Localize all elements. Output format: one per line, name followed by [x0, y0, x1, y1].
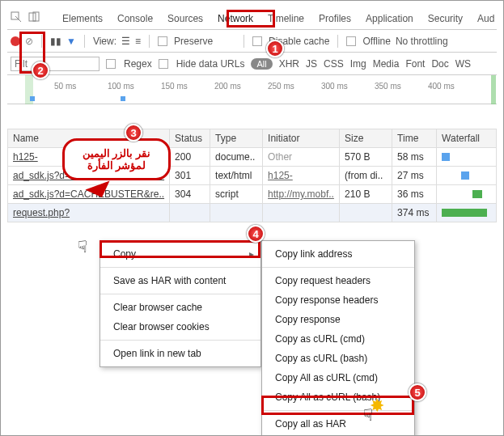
preserve-log-label: Preserve	[174, 36, 213, 47]
cell-waterfall	[437, 148, 497, 167]
network-toolbar: ⊘ ▮▮ ▼ View: ☰ ≡ Preserve Disable cache …	[7, 30, 497, 53]
speech-bubble: نقر بالزر اليمين لمؤشر الفأرة	[62, 138, 171, 180]
regex-label: Regex	[124, 58, 152, 70]
cell-waterfall	[437, 167, 497, 185]
cell-initiator[interactable]: http://my.mobf..	[263, 185, 340, 204]
menu-copy-response[interactable]: Copy response	[262, 310, 414, 329]
cell-time: 58 ms	[392, 148, 437, 167]
timeline-tick: 250 ms	[268, 82, 294, 91]
hide-data-checkbox[interactable]	[159, 59, 168, 69]
menu-copy-link[interactable]: Copy link address	[262, 244, 414, 264]
filter-js[interactable]: JS	[306, 58, 317, 70]
tab-timeline[interactable]: Timeline	[261, 10, 311, 28]
col-status[interactable]: Status	[170, 129, 210, 148]
disable-cache-checkbox[interactable]	[252, 36, 262, 46]
devtools-tabs: Elements Console Sources Network Timelin…	[7, 7, 497, 30]
table-row[interactable]: request.php?374 ms	[8, 204, 497, 222]
timeline-tick: 150 ms	[161, 82, 188, 91]
col-waterfall[interactable]: Waterfall	[437, 129, 497, 148]
badge-1: 1	[266, 40, 284, 57]
cell-size: 570 B	[340, 148, 392, 167]
cell-time: 36 ms	[392, 185, 437, 204]
cell-name[interactable]: request.php?	[8, 204, 170, 222]
badge-4: 4	[247, 225, 265, 243]
menu-copy-req-headers[interactable]: Copy request headers	[262, 271, 414, 290]
timeline-tick: 100 ms	[108, 82, 134, 91]
cell-type: docume..	[210, 148, 263, 167]
col-initiator[interactable]: Initiator	[263, 129, 340, 148]
preserve-log-checkbox[interactable]	[158, 36, 167, 46]
view-label: View:	[93, 36, 116, 47]
menu-copy-all-har[interactable]: Copy all as HAR	[262, 414, 414, 434]
tab-profiles[interactable]: Profiles	[312, 10, 358, 28]
record-icon[interactable]	[11, 36, 20, 46]
filter-ws[interactable]: WS	[455, 58, 471, 70]
filter-font[interactable]: Font	[405, 58, 425, 70]
col-type[interactable]: Type	[210, 129, 263, 148]
cell-size: 210 B	[340, 185, 392, 204]
filter-all[interactable]: All	[251, 58, 272, 70]
tab-application[interactable]: Application	[359, 10, 420, 28]
timeline-overview[interactable]: 50 ms 100 ms 150 ms 200 ms 250 ms 300 ms…	[7, 75, 497, 104]
col-time[interactable]: Time	[392, 129, 437, 148]
cell-type	[210, 204, 263, 222]
menu-save-har[interactable]: Save as HAR with content	[100, 271, 260, 290]
col-size[interactable]: Size	[340, 129, 392, 148]
cell-status: 304	[170, 185, 210, 204]
tab-audits[interactable]: Aud	[471, 10, 501, 28]
menu-copy[interactable]: Copy	[100, 244, 260, 264]
timeline-tick: 350 ms	[375, 82, 401, 91]
filter-xhr[interactable]: XHR	[279, 58, 299, 70]
menu-clear-cache[interactable]: Clear browser cache	[100, 298, 260, 317]
filter-doc[interactable]: Doc	[431, 58, 448, 70]
cell-initiator[interactable]: Other	[263, 148, 340, 167]
cell-status: 200	[170, 148, 210, 167]
timeline-tick: 200 ms	[214, 82, 241, 91]
menu-clear-cookies[interactable]: Clear browser cookies	[100, 317, 260, 337]
menu-copy-all-curl-bash[interactable]: Copy All as cURL (bash)	[262, 387, 414, 407]
cell-size	[340, 204, 392, 222]
hide-data-label: Hide data URLs	[176, 58, 245, 70]
filter-bar: Regex Hide data URLs All XHR JS CSS Img …	[7, 53, 497, 75]
badge-3: 3	[125, 124, 142, 142]
tab-elements[interactable]: Elements	[56, 10, 109, 28]
device-icon[interactable]	[28, 11, 40, 25]
cursor-icon: ☟	[78, 237, 87, 256]
filter-input[interactable]	[11, 57, 100, 71]
view-small-icon[interactable]: ≡	[135, 36, 141, 47]
tab-network[interactable]: Network	[211, 10, 260, 28]
tab-sources[interactable]: Sources	[161, 10, 210, 28]
context-menu-copy: Copy link address Copy request headers C…	[261, 240, 415, 436]
tab-console[interactable]: Console	[111, 10, 159, 28]
table-row[interactable]: ad_sdk.js?d=CACHEBUSTER&re..304scripthtt…	[8, 185, 497, 204]
cell-type: text/html	[210, 167, 263, 185]
menu-open-tab[interactable]: Open link in new tab	[100, 344, 260, 363]
badge-5: 5	[409, 383, 426, 401]
tab-security[interactable]: Security	[421, 10, 469, 28]
clear-icon[interactable]: ⊘	[25, 36, 33, 47]
cell-initiator[interactable]	[263, 204, 340, 222]
timeline-tick: 50 ms	[54, 82, 76, 91]
filter-icon[interactable]: ▼	[66, 36, 76, 47]
throttling-select[interactable]: No throttling	[396, 36, 448, 47]
cell-initiator[interactable]: h125-	[263, 167, 340, 185]
cell-waterfall	[437, 185, 497, 204]
filter-media[interactable]: Media	[373, 58, 400, 70]
inspect-icon[interactable]	[11, 11, 22, 25]
badge-2: 2	[32, 61, 49, 79]
cell-waterfall	[437, 204, 497, 222]
screenshot-icon[interactable]: ▮▮	[50, 36, 61, 47]
regex-checkbox[interactable]	[106, 59, 116, 69]
cell-status: 301	[170, 167, 210, 185]
menu-copy-curl-cmd[interactable]: Copy as cURL (cmd)	[262, 329, 414, 349]
cell-status	[170, 204, 210, 222]
view-large-icon[interactable]: ☰	[121, 36, 130, 47]
cell-type: script	[210, 185, 263, 204]
menu-copy-all-curl-cmd[interactable]: Copy All as cURL (cmd)	[262, 368, 414, 387]
menu-copy-res-headers[interactable]: Copy response headers	[262, 290, 414, 310]
menu-copy-curl-bash[interactable]: Copy as cURL (bash)	[262, 349, 414, 368]
filter-img[interactable]: Img	[350, 58, 366, 70]
cell-time: 27 ms	[392, 167, 437, 185]
filter-css[interactable]: CSS	[324, 58, 344, 70]
offline-checkbox[interactable]	[346, 36, 356, 46]
